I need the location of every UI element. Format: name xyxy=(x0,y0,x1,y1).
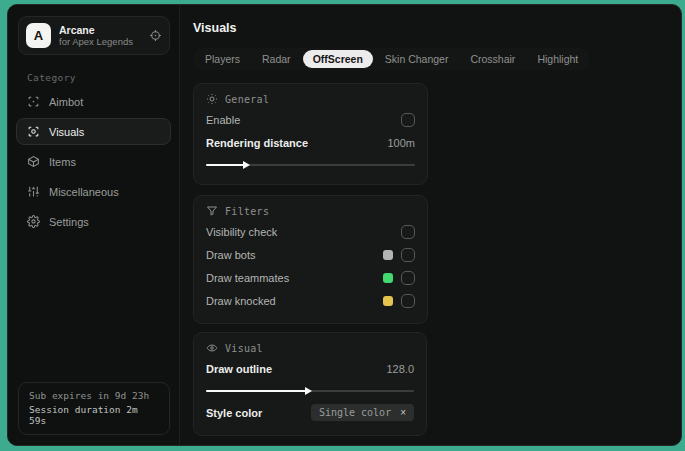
tab-skin-changer[interactable]: Skin Changer xyxy=(375,50,459,68)
subscription-card: Sub expires in 9d 23h Session duration 2… xyxy=(18,382,170,435)
sidebar-item-label: Visuals xyxy=(49,126,84,138)
funnel-icon xyxy=(206,205,218,217)
filters-card-title: Filters xyxy=(225,206,269,217)
draw-outline-value: 128.0 xyxy=(386,363,414,375)
visual-card: Visual Draw outline 128.0 Style color Si… xyxy=(193,332,427,436)
filter-row: Draw knocked xyxy=(206,290,415,311)
sliders-icon xyxy=(27,185,40,198)
draw-outline-slider[interactable] xyxy=(206,386,414,396)
main-panel: Visuals Players Radar OffScreen Skin Cha… xyxy=(180,5,681,445)
filter-row: Draw bots xyxy=(206,244,415,265)
sidebar: A Arcane for Apex Legends Category xyxy=(8,5,180,445)
draw-bots-color-swatch[interactable] xyxy=(383,250,393,260)
rendering-distance-slider[interactable] xyxy=(206,160,415,170)
visual-card-title: Visual xyxy=(225,343,263,354)
rendering-distance-label: Rendering distance xyxy=(206,137,308,149)
target-settings-icon[interactable] xyxy=(149,29,162,42)
visibility-check-label: Visibility check xyxy=(206,226,277,238)
enable-label: Enable xyxy=(206,114,240,126)
slider-fill xyxy=(206,390,310,392)
category-label: Category xyxy=(27,72,179,83)
draw-bots-checkbox[interactable] xyxy=(401,248,415,262)
sidebar-item-visuals[interactable]: Visuals xyxy=(16,118,171,145)
brand-card: A Arcane for Apex Legends xyxy=(18,16,170,55)
app-name: Arcane xyxy=(59,24,141,36)
sidebar-nav: Aimbot Visuals Items xyxy=(8,88,179,235)
visibility-check-checkbox[interactable] xyxy=(401,225,415,239)
eye-icon xyxy=(206,342,218,354)
style-color-chip[interactable]: Single color × xyxy=(311,404,414,421)
crosshair-frame-icon xyxy=(27,95,40,108)
draw-knocked-color-swatch[interactable] xyxy=(383,296,393,306)
draw-knocked-checkbox[interactable] xyxy=(401,294,415,308)
tab-offscreen[interactable]: OffScreen xyxy=(303,50,373,68)
sidebar-item-label: Aimbot xyxy=(49,96,83,108)
tab-highlight[interactable]: Highlight xyxy=(527,50,588,68)
filters-card: Filters Visibility check Draw bots xyxy=(193,195,428,324)
tab-crosshair[interactable]: Crosshair xyxy=(460,50,525,68)
session-duration-text: Session duration 2m 59s xyxy=(29,404,159,426)
tab-bar: Players Radar OffScreen Skin Changer Cro… xyxy=(193,48,590,70)
enable-checkbox[interactable] xyxy=(401,113,415,127)
app-window: A Arcane for Apex Legends Category xyxy=(7,4,682,446)
filter-row: Visibility check xyxy=(206,221,415,242)
tab-players[interactable]: Players xyxy=(195,50,250,68)
sidebar-item-label: Miscellaneous xyxy=(49,186,119,198)
draw-outline-label: Draw outline xyxy=(206,363,272,375)
rendering-distance-value: 100m xyxy=(387,137,415,149)
app-subtitle: for Apex Legends xyxy=(59,37,141,48)
draw-teammates-color-swatch[interactable] xyxy=(383,273,393,283)
draw-knocked-label: Draw knocked xyxy=(206,295,276,307)
sun-icon xyxy=(206,93,218,105)
page-title: Visuals xyxy=(193,21,667,35)
style-color-label: Style color xyxy=(206,407,262,419)
draw-teammates-label: Draw teammates xyxy=(206,272,289,284)
draw-bots-label: Draw bots xyxy=(206,249,256,261)
sidebar-item-label: Settings xyxy=(49,216,89,228)
tab-radar[interactable]: Radar xyxy=(252,50,301,68)
scan-eye-icon xyxy=(27,125,40,138)
filter-row: Draw teammates xyxy=(206,267,415,288)
sidebar-item-label: Items xyxy=(49,156,76,168)
sidebar-item-settings[interactable]: Settings xyxy=(16,208,171,235)
slider-fill xyxy=(206,164,248,166)
sub-expires-text: Sub expires in 9d 23h xyxy=(29,390,159,401)
sidebar-item-items[interactable]: Items xyxy=(16,148,171,175)
cube-icon xyxy=(27,155,40,168)
gear-icon xyxy=(27,215,40,228)
sidebar-item-miscellaneous[interactable]: Miscellaneous xyxy=(16,178,171,205)
draw-teammates-checkbox[interactable] xyxy=(401,271,415,285)
general-card: General Enable Rendering distance 100m xyxy=(193,83,428,185)
general-card-title: General xyxy=(225,94,269,105)
chip-remove-icon[interactable]: × xyxy=(400,408,406,418)
sidebar-item-aimbot[interactable]: Aimbot xyxy=(16,88,171,115)
style-color-chip-value: Single color xyxy=(319,407,391,418)
app-logo: A xyxy=(26,23,51,48)
